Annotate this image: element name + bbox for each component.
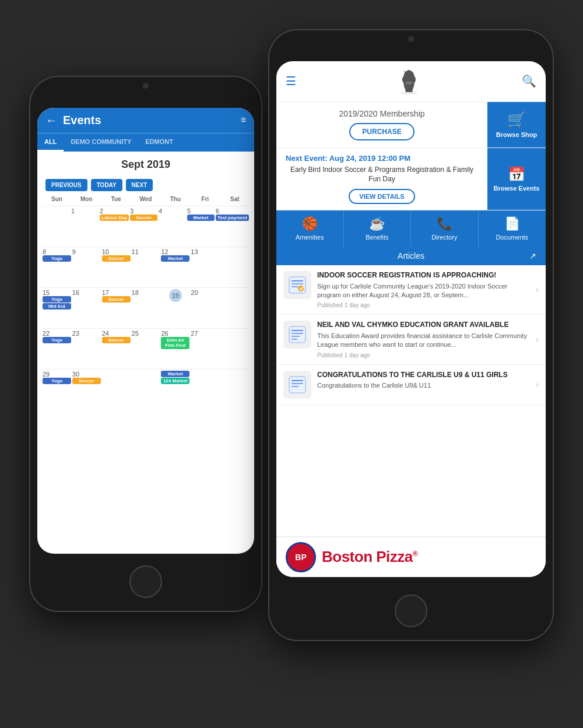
community-app-screen: ☰ 🔍: [276, 61, 546, 577]
cal-cell[interactable]: 23: [72, 328, 101, 368]
cal-cell[interactable]: Market124 Market: [160, 369, 190, 409]
cal-cell[interactable]: 29Yoga: [42, 369, 72, 409]
cal-cell[interactable]: [190, 369, 220, 409]
browse-shop-button[interactable]: 🛒 Browse Shop: [487, 102, 546, 147]
day-wed: Wed: [131, 195, 161, 203]
cal-cell[interactable]: 13: [190, 247, 220, 286]
cal-cell[interactable]: 6Test payment: [215, 206, 250, 245]
cal-cell[interactable]: 17Soccer: [101, 287, 131, 327]
cal-cell[interactable]: 15YogaMid Aut: [42, 287, 72, 327]
cal-cell[interactable]: 8Yoga: [42, 247, 72, 286]
cal-cell[interactable]: 5Market: [187, 206, 215, 245]
tab-all[interactable]: ALL: [37, 133, 64, 152]
quick-link-directory[interactable]: 📞 Directory: [411, 210, 479, 247]
quick-link-amenities[interactable]: 🏀 Amenities: [276, 210, 344, 247]
documents-icon: 📄: [504, 216, 520, 231]
left-home-button[interactable]: [129, 565, 162, 598]
cal-cell[interactable]: 1: [71, 206, 99, 245]
membership-info: 2019/2020 Membership PURCHASE: [276, 102, 487, 147]
article-3-content: CONGRATULATIONS TO THE CARLISLE U9 & U11…: [317, 371, 530, 393]
svg-point-1: [406, 70, 412, 76]
articles-title: Articles: [398, 251, 424, 261]
right-home-button[interactable]: [395, 595, 427, 627]
purchase-button[interactable]: PURCHASE: [349, 123, 414, 140]
article-item[interactable]: INDOOR SOCCER REGISTRATION IS APPROACHIN…: [276, 265, 546, 315]
search-icon[interactable]: 🔍: [522, 74, 536, 88]
article-item[interactable]: NEIL AND VAL CHYMKO EDUCATION GRANT AVAI…: [276, 315, 546, 364]
day-fri: Fri: [190, 195, 220, 203]
events-title: Events: [63, 114, 235, 127]
article-icon: [283, 271, 311, 299]
quick-link-benefits[interactable]: ☕ Benefits: [344, 210, 412, 247]
external-link-icon[interactable]: ↗: [529, 251, 536, 261]
amenities-icon: 🏀: [302, 216, 318, 231]
benefits-icon: ☕: [369, 216, 385, 231]
quick-link-documents[interactable]: 📄 Documents: [479, 210, 546, 247]
view-details-button[interactable]: VIEW DETAILS: [349, 189, 415, 204]
calendar-icon: 📅: [508, 166, 525, 182]
menu-icon[interactable]: ≡: [241, 115, 246, 125]
cal-cell[interactable]: [220, 287, 250, 327]
browse-events-button[interactable]: 📅 Browse Events: [487, 148, 546, 210]
cal-cell[interactable]: [131, 369, 161, 409]
cal-cell[interactable]: 9: [72, 247, 101, 286]
cal-cell[interactable]: 2Labour Day: [99, 206, 129, 245]
events-screen: ← Events ≡ ALL DEMO COMMUNITY EDMONT Sep…: [37, 108, 254, 554]
article-2-meta: Published 1 day ago: [317, 352, 530, 358]
cal-cell[interactable]: 16: [72, 287, 101, 327]
cal-cell[interactable]: 4: [158, 206, 187, 245]
cal-cell[interactable]: 12Market: [160, 247, 190, 286]
right-phone-screen: ☰ 🔍: [276, 61, 546, 577]
cal-cell[interactable]: [220, 247, 250, 286]
cal-cell[interactable]: 25: [131, 328, 161, 368]
right-phone: ☰ 🔍: [268, 29, 554, 641]
today-button[interactable]: TODAY: [91, 179, 122, 191]
day-mon: Mon: [72, 195, 101, 203]
cal-cell-today[interactable]: 19: [160, 287, 190, 327]
cal-cell[interactable]: 20: [190, 287, 220, 327]
back-arrow-icon[interactable]: ←: [45, 114, 57, 127]
prev-button[interactable]: PREVIOUS: [45, 179, 87, 191]
cal-cell[interactable]: 3Soccer: [129, 206, 158, 245]
cal-cell[interactable]: 11: [131, 247, 161, 286]
cal-cell[interactable]: 24Soccer: [101, 328, 131, 368]
cal-cell[interactable]: 22Yoga: [42, 328, 72, 368]
week-4: 22Yoga 23 24Soccer 25 26Edm Int Film Fes…: [42, 328, 250, 368]
svg-rect-2: [289, 277, 305, 293]
cal-cell[interactable]: 18: [131, 287, 161, 327]
cal-cell[interactable]: [220, 369, 250, 409]
article-3-icon: [287, 374, 308, 395]
next-button[interactable]: NEXT: [126, 179, 153, 191]
next-event-name: Early Bird Indoor Soccer & Programs Regi…: [286, 165, 478, 185]
benefits-label: Benefits: [366, 234, 389, 241]
calendar-nav: PREVIOUS TODAY NEXT: [37, 175, 254, 195]
article-2-icon: [287, 324, 308, 345]
tab-edmont[interactable]: EDMONT: [138, 133, 180, 152]
documents-label: Documents: [496, 234, 528, 241]
cal-cell[interactable]: 10Soccer: [101, 247, 131, 286]
articles-list: INDOOR SOCCER REGISTRATION IS APPROACHIN…: [276, 265, 546, 536]
article-1-chevron: ›: [536, 284, 539, 295]
article-3-body: Congratulations to the Carlisle U9& U11: [317, 381, 530, 390]
cal-cell[interactable]: [220, 328, 250, 368]
article-3-title: CONGRATULATIONS TO THE CARLISLE U9 & U11…: [317, 371, 530, 380]
calendar-header: Sept 2019: [37, 152, 254, 175]
cal-cell[interactable]: 30Soccer: [72, 369, 101, 409]
bp-name: Boston Pizza®: [322, 548, 417, 566]
cal-cell[interactable]: [42, 206, 71, 245]
directory-icon: 📞: [437, 216, 452, 231]
app-logo: [396, 68, 422, 94]
cal-cell[interactable]: [101, 369, 131, 409]
article-item[interactable]: CONGRATULATIONS TO THE CARLISLE U9 & U11…: [276, 365, 546, 405]
tab-demo-community[interactable]: DEMO COMMUNITY: [64, 133, 138, 152]
article-1-content: INDOOR SOCCER REGISTRATION IS APPROACHIN…: [317, 271, 530, 308]
month-title: Sept 2019: [121, 159, 170, 170]
cal-cell[interactable]: 27: [190, 328, 220, 368]
cal-cell[interactable]: 26Edm Int Film Fest: [160, 328, 190, 368]
quick-links: 🏀 Amenities ☕ Benefits 📞 Directory 📄 Doc…: [276, 210, 546, 247]
browse-events-label: Browse Events: [494, 185, 540, 192]
week-3: 15YogaMid Aut 16 17Soccer 18 19 20: [42, 287, 250, 327]
hamburger-icon[interactable]: ☰: [286, 74, 296, 88]
article-2-content: NEIL AND VAL CHYMKO EDUCATION GRANT AVAI…: [317, 321, 530, 358]
boston-pizza-banner[interactable]: BP Boston Pizza®: [276, 536, 546, 577]
